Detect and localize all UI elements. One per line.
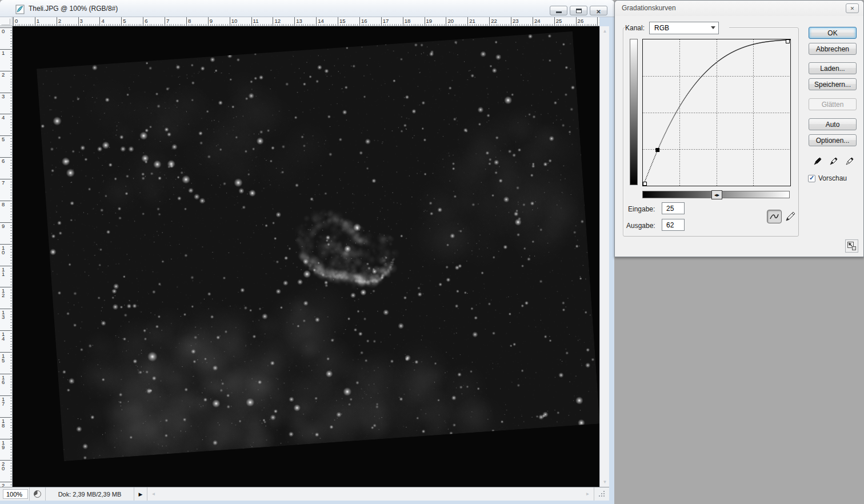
channel-value: RGB bbox=[654, 24, 669, 32]
ruler-h-label: 15 bbox=[339, 18, 346, 24]
channel-dropdown[interactable]: RGB bbox=[649, 22, 719, 34]
gradient-midpoint-slider[interactable] bbox=[711, 190, 722, 199]
document-titlebar[interactable]: Theli.JPG @ 100% (RGB/8#) bbox=[0, 0, 614, 17]
ruler-v-label: 1 7 bbox=[2, 397, 5, 406]
output-label: Ausgabe: bbox=[626, 222, 655, 230]
ruler-v-label: 1 8 bbox=[2, 419, 5, 428]
white-point-eyedropper-icon[interactable] bbox=[845, 155, 856, 166]
ruler-h-label: 10 bbox=[231, 18, 238, 24]
smooth-curve-icon bbox=[769, 213, 779, 221]
document-canvas[interactable] bbox=[13, 26, 599, 487]
ruler-v-label: 0 bbox=[2, 29, 5, 34]
scroll-left-icon[interactable] bbox=[149, 489, 158, 499]
ruler-v-label: 4 bbox=[2, 115, 5, 120]
ruler-v-label: 1 bbox=[2, 51, 5, 55]
ruler-v-label: 1 2 bbox=[2, 289, 5, 298]
status-bar: Dok: 2,39 MB/2,39 MB bbox=[0, 487, 609, 501]
load-button[interactable]: Laden... bbox=[809, 62, 857, 74]
ruler-h-label: 25 bbox=[556, 18, 562, 24]
input-label: Eingabe: bbox=[628, 205, 655, 213]
ruler-v-label: 9 bbox=[2, 224, 5, 229]
curve-point-tool-button[interactable] bbox=[767, 210, 782, 223]
ruler-origin-box[interactable] bbox=[0, 17, 13, 26]
ruler-h-label: 3 bbox=[80, 18, 83, 24]
ruler-h-label: 6 bbox=[145, 18, 147, 24]
vertical-scrollbar[interactable] bbox=[599, 26, 609, 487]
zoom-level-input[interactable] bbox=[3, 489, 28, 499]
check-icon: ✓ bbox=[809, 174, 814, 182]
ruler-h-label: 14 bbox=[318, 18, 324, 24]
curves-grid-canvas[interactable] bbox=[642, 39, 791, 186]
zoom-level-cell bbox=[1, 487, 30, 501]
smooth-button: Glätten bbox=[809, 98, 857, 110]
ruler-h-label: 8 bbox=[188, 18, 191, 24]
gray-point-eyedropper-icon[interactable] bbox=[829, 155, 840, 166]
scroll-down-icon[interactable] bbox=[600, 477, 610, 487]
dialog-close-button[interactable] bbox=[846, 3, 859, 13]
window-resize-grip[interactable] bbox=[594, 487, 609, 501]
screen: Theli.JPG @ 100% (RGB/8#) 01234567891011… bbox=[0, 0, 864, 504]
dialog-size-toggle-button[interactable] bbox=[845, 239, 858, 253]
input-value-field[interactable] bbox=[662, 202, 685, 214]
ruler-h-label: 26 bbox=[578, 18, 584, 24]
ruler-h-label: 2 bbox=[58, 18, 61, 24]
scroll-right-icon[interactable] bbox=[583, 489, 593, 499]
curves-dialog: Gradationskurven Kanal: RGB Eingabe: Aus… bbox=[614, 0, 864, 257]
output-value-field[interactable] bbox=[662, 219, 685, 231]
document-file-icon bbox=[15, 5, 25, 14]
horizontal-scrollbar[interactable] bbox=[147, 487, 594, 501]
close-button[interactable] bbox=[590, 6, 607, 15]
ruler-v-label: 8 bbox=[2, 202, 5, 207]
ruler-v-label: 1 0 bbox=[2, 246, 5, 255]
channel-row: Kanal: RGB bbox=[625, 21, 729, 34]
starfield-photo[interactable] bbox=[37, 31, 599, 461]
close-icon bbox=[596, 6, 601, 16]
ruler-v-label: 6 bbox=[2, 159, 5, 163]
ruler-v-label: 2 bbox=[2, 73, 5, 77]
ruler-v-label: 2 0 bbox=[2, 462, 5, 471]
ruler-v-label: 3 bbox=[2, 94, 5, 99]
ruler-v-label: 5 bbox=[2, 137, 5, 142]
save-button[interactable]: Speichern... bbox=[809, 78, 857, 90]
ruler-h-label: 16 bbox=[361, 18, 367, 24]
pencil-icon bbox=[785, 211, 796, 222]
ruler-h-label: 17 bbox=[383, 18, 389, 24]
ruler-h-label: 21 bbox=[469, 18, 475, 24]
status-icon-cell[interactable] bbox=[30, 487, 46, 501]
output-gradient-bar bbox=[630, 39, 638, 185]
document-window: Theli.JPG @ 100% (RGB/8#) 01234567891011… bbox=[0, 0, 614, 504]
preview-label: Vorschau bbox=[818, 174, 847, 182]
document-title: Theli.JPG @ 100% (RGB/8#) bbox=[29, 5, 118, 13]
cancel-button[interactable]: Abbrechen bbox=[809, 43, 857, 55]
input-gradient-bar bbox=[642, 191, 790, 198]
ruler-v-label: 1 3 bbox=[2, 310, 5, 319]
ruler-h-label: 12 bbox=[274, 18, 281, 24]
preview-checkbox[interactable]: ✓ bbox=[808, 175, 815, 182]
maximize-icon bbox=[576, 9, 582, 13]
ruler-v-label: 1 6 bbox=[2, 375, 5, 385]
options-button[interactable]: Optionen... bbox=[809, 134, 857, 146]
scroll-up-icon[interactable] bbox=[600, 26, 610, 36]
horizontal-ruler: 0123456789101112131415161718192021222324… bbox=[13, 17, 599, 26]
dialog-titlebar[interactable]: Gradationskurven bbox=[615, 1, 863, 16]
ruler-h-label: 24 bbox=[534, 18, 541, 24]
minimize-button[interactable] bbox=[550, 6, 567, 15]
black-point-eyedropper-icon[interactable] bbox=[813, 155, 824, 166]
vertical-ruler: 01234567891 01 11 21 31 41 51 61 71 81 9… bbox=[0, 26, 13, 487]
ruler-h-label: 22 bbox=[491, 18, 497, 24]
ruler-h-label: 13 bbox=[296, 18, 302, 24]
status-menu-button[interactable] bbox=[134, 487, 147, 501]
auto-button[interactable]: Auto bbox=[809, 118, 857, 130]
channel-label: Kanal: bbox=[625, 24, 645, 32]
ruler-v-label: 1 4 bbox=[2, 332, 5, 341]
maximize-button[interactable] bbox=[570, 6, 587, 15]
ok-button[interactable]: OK bbox=[809, 27, 857, 39]
dialog-title: Gradationskurven bbox=[622, 4, 676, 12]
ruler-h-label: 5 bbox=[123, 18, 126, 24]
pencil-tool-button[interactable] bbox=[784, 210, 797, 223]
resize-grip-icon bbox=[598, 490, 606, 498]
ruler-v-label: 1 1 bbox=[2, 267, 5, 277]
ruler-h-label: 27 bbox=[599, 18, 599, 24]
ruler-v-label: 1 5 bbox=[2, 354, 5, 363]
doc-size-info: Dok: 2,39 MB/2,39 MB bbox=[46, 487, 134, 501]
